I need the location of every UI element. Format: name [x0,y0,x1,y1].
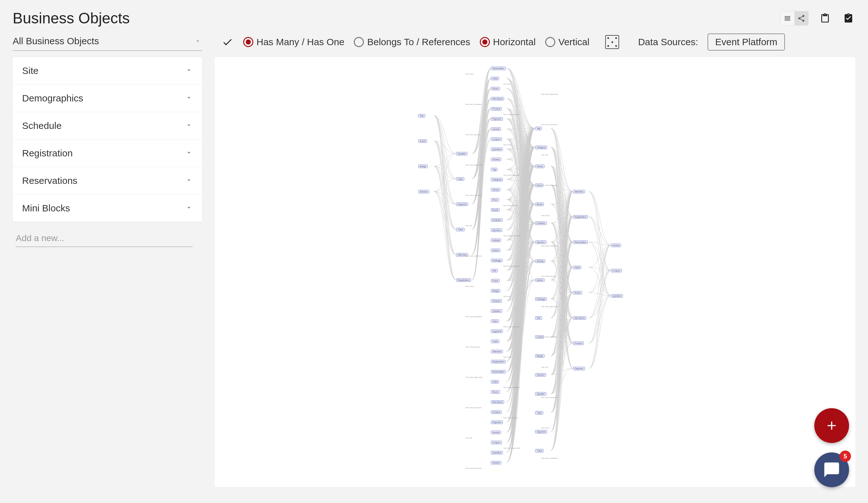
diagram-node[interactable]: Invoice [611,244,621,247]
diagram-node[interactable]: Venue [535,165,545,168]
horizontal-radio[interactable]: Horizontal [480,37,536,48]
diagram-node[interactable]: Payment [491,117,503,121]
diagram-node[interactable]: Segment [456,203,468,206]
diagram-node[interactable]: Room [491,87,500,90]
accordion-item-site[interactable]: Site [13,57,202,85]
diagram-node[interactable]: Package [491,259,503,262]
diagram-node[interactable]: Sponsor [491,228,502,232]
belongs-to-radio[interactable]: Belongs To / References [354,37,470,48]
diagram-node[interactable]: Segment [491,330,503,333]
diagram-node[interactable]: Activity [491,238,501,242]
diagram-node[interactable]: Addon [491,249,500,252]
diagram-node[interactable]: Question [491,147,503,151]
diagram-node[interactable]: Hotel [491,380,499,383]
add-new-input[interactable] [16,230,193,247]
accordion-item-reservations[interactable]: Reservations [13,167,202,195]
diagram-node[interactable]: Session [418,190,429,193]
diagram-node[interactable]: Coupon [611,269,622,273]
diagram-node[interactable]: Mini Block [573,316,586,320]
diagram-node[interactable]: Question [491,451,503,454]
diagram-node[interactable]: Payment [491,421,503,424]
diagram-node[interactable]: Speaker [535,392,546,396]
diagram-node[interactable]: Hotel [573,266,581,269]
has-many-radio[interactable]: Has Many / Has One [243,37,344,48]
diagram-node[interactable]: Product [573,341,584,345]
diagram-node[interactable]: Topic [456,177,464,181]
diagram-node[interactable]: Exhibitor [491,218,503,222]
diagram-node[interactable]: Sponsor [535,240,546,244]
clipboard-icon[interactable] [818,11,832,25]
chevron-down-icon [185,175,193,186]
diagram-node[interactable]: Coupon [491,137,502,141]
diagram-node[interactable]: Reservation [491,370,506,373]
diagram-node[interactable]: Booth [535,203,544,206]
data-source-chip[interactable]: Event Platform [707,33,785,51]
diagram-node[interactable]: Payment [573,367,585,370]
diagram-node[interactable]: Category [535,146,547,149]
clipboard-check-icon[interactable] [841,11,855,25]
diagram-node[interactable]: Invoice [491,127,501,131]
diagram-node[interactable]: Session [535,373,546,377]
diagram-node[interactable]: Booth [491,208,500,212]
diagram-node[interactable]: Registration [491,360,506,363]
diagram-node[interactable]: Registration [456,278,471,282]
diagram-node[interactable]: Track [491,340,499,343]
edge-label: has many sessions [466,467,482,469]
diagram-node[interactable]: Badge [535,354,545,358]
accordion-item-registration[interactable]: Registration [13,140,202,167]
diagram-node[interactable]: Package [535,297,547,301]
diagram-node[interactable]: Floor [491,198,499,202]
diagram-node[interactable]: Speaker [456,152,467,155]
diagram-node[interactable]: Event [418,139,427,143]
diagram-node[interactable]: Coupon [491,441,502,444]
diagram-node[interactable]: Reservation [573,240,588,244]
diagram-node[interactable]: Tag [491,168,497,171]
diagram-node[interactable]: Invoice [491,431,501,434]
diagram-node[interactable]: Badge [491,289,500,292]
diagram-node[interactable]: Reservation [491,67,506,70]
diagram-node[interactable]: Addon [535,278,545,282]
diagram-node[interactable]: Attendee [491,350,503,353]
diagram-node[interactable]: Activity [535,259,545,263]
diagram-node[interactable]: Answer [491,461,501,464]
diagram-node[interactable]: Badge [418,165,428,168]
accordion-item-schedule[interactable]: Schedule [13,112,202,140]
diagram-node[interactable]: Event [491,279,500,283]
diagram-node[interactable]: Topic [535,411,543,414]
diagram-node[interactable]: Site [418,114,425,117]
diagram-node[interactable]: Product [491,107,502,111]
diagram-node[interactable]: Site [535,316,542,320]
object-filter-dropdown[interactable]: All Business Objects [13,33,202,51]
diagram-node[interactable]: Segment [535,430,547,433]
diagram-node[interactable]: Product [491,410,502,414]
diagram-node[interactable]: Mini Block [491,400,504,404]
checkmark-icon[interactable] [221,36,234,48]
vertical-radio[interactable]: Vertical [545,37,589,48]
diagram-node[interactable]: Room [573,291,582,295]
fit-to-screen-icon[interactable] [605,35,619,49]
diagram-node[interactable]: Tag [535,127,542,130]
diagram-node[interactable]: Answer [491,158,501,161]
diagram-node[interactable]: Track [535,449,544,452]
diagram-node[interactable]: Track [456,228,465,231]
diagram-node[interactable]: Hotel [491,77,499,80]
add-fab-button[interactable] [814,408,849,443]
diagram-node[interactable]: Attendee [573,190,585,193]
diagram-node[interactable]: Session [491,299,502,303]
diagram-node[interactable]: Category [491,178,503,181]
diagram-node[interactable]: Room [491,390,500,394]
diagram-node[interactable]: Site [491,269,498,273]
diagram-node[interactable]: Question [611,294,623,298]
chat-widget-button[interactable]: 5 [814,452,849,487]
diagram-node[interactable]: Exhibitor [535,222,547,225]
diagram-node[interactable]: Speaker [491,309,502,313]
diagram-node[interactable]: Venue [491,188,500,192]
accordion-item-mini-blocks[interactable]: Mini Blocks [13,195,202,222]
diagram-node[interactable]: Registration [573,215,588,219]
graph-view-icon[interactable] [794,11,808,25]
diagram-canvas[interactable]: SiteEventBadgeSessionSpeakerTopicSegment… [215,57,855,487]
list-view-icon[interactable] [781,11,794,25]
diagram-node[interactable]: Mini Block [491,97,504,101]
accordion-item-demographics[interactable]: Demographics [13,85,202,112]
diagram-node[interactable]: Topic [491,319,499,323]
